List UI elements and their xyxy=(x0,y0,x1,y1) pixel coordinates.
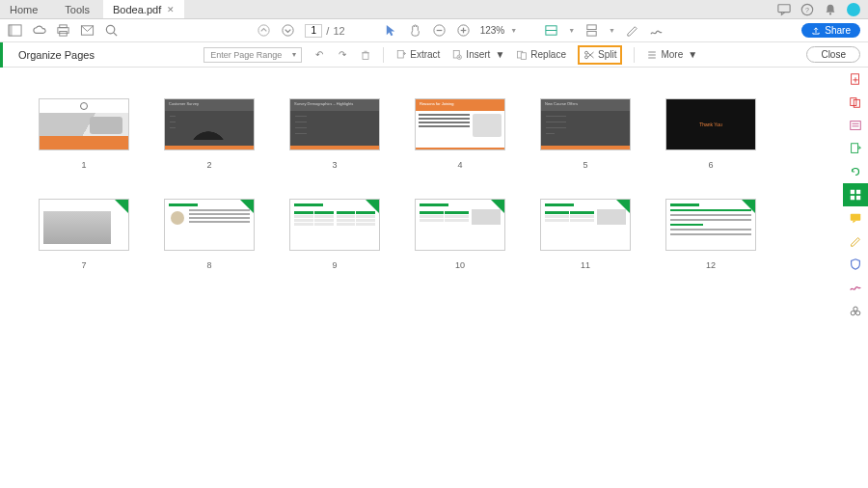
rail-combine[interactable] xyxy=(843,91,868,114)
share-button[interactable]: Share xyxy=(801,23,860,38)
page-thumb[interactable]: 1 xyxy=(39,98,129,170)
page-current-input[interactable] xyxy=(305,24,322,38)
page-thumb[interactable]: Thank You 6 xyxy=(665,98,756,170)
thumb-label: 11 xyxy=(581,260,590,270)
close-icon[interactable]: ✕ xyxy=(167,5,175,14)
svg-rect-22 xyxy=(587,31,596,36)
svg-point-34 xyxy=(584,55,587,58)
svg-rect-32 xyxy=(522,52,527,59)
page-thumb[interactable]: 11 xyxy=(540,199,631,270)
print-icon[interactable] xyxy=(56,23,70,38)
svg-rect-23 xyxy=(363,52,368,59)
svg-rect-47 xyxy=(851,190,854,194)
replace-button[interactable]: Replace xyxy=(516,49,566,61)
page-thumb[interactable]: Reasons for Joining 4 xyxy=(415,98,505,170)
chevron-down-icon[interactable]: ▼ xyxy=(568,27,575,34)
tab-file[interactable]: Bodea.pdf ✕ xyxy=(103,0,184,18)
zoom-dropdown[interactable]: 123% ▼ xyxy=(480,25,518,36)
delete-button[interactable] xyxy=(360,49,371,61)
page-thumb[interactable]: 9 xyxy=(289,199,380,270)
svg-point-3 xyxy=(829,13,831,14)
close-button[interactable]: Close xyxy=(806,46,860,63)
page-thumb[interactable]: Customer Survey……………… 2 xyxy=(164,98,255,170)
rail-comment[interactable] xyxy=(843,206,868,230)
chat-icon[interactable] xyxy=(777,3,791,16)
hand-icon[interactable] xyxy=(408,23,422,38)
rail-organize[interactable] xyxy=(843,183,868,206)
page-indicator: / 12 xyxy=(305,24,344,38)
rail-more-tools[interactable] xyxy=(843,299,868,322)
help-icon[interactable]: ? xyxy=(800,3,814,16)
page-thumb[interactable]: Survey Demographics – Highlights……………………… xyxy=(289,98,380,170)
scissors-icon xyxy=(583,49,595,61)
rail-sign-tool[interactable] xyxy=(843,276,868,299)
rail-export[interactable] xyxy=(843,137,868,160)
organize-toolbar: Organize Pages Enter Page Range ↶ ↷ Extr… xyxy=(0,42,868,68)
thumb-label: 5 xyxy=(583,160,587,170)
thumb-label: 4 xyxy=(457,160,462,170)
accent-bar xyxy=(0,42,3,68)
thumb-label: 12 xyxy=(706,260,716,270)
svg-rect-49 xyxy=(851,196,854,200)
rotate-ccw-button[interactable]: ↶ xyxy=(313,49,325,61)
fit-width-icon[interactable] xyxy=(544,23,558,38)
svg-rect-5 xyxy=(9,25,13,36)
chevron-down-icon[interactable]: ▼ xyxy=(609,27,615,34)
thumb-label: 1 xyxy=(81,160,86,170)
page-sep: / xyxy=(326,25,329,37)
svg-point-10 xyxy=(106,25,114,33)
extract-icon xyxy=(395,49,407,61)
thumb-label: 2 xyxy=(206,160,211,170)
page-thumb[interactable]: 7 xyxy=(39,199,129,270)
thumb-label: 9 xyxy=(332,260,337,270)
page-down-icon[interactable] xyxy=(281,23,295,38)
page-thumb[interactable]: 8 xyxy=(164,199,255,270)
page-thumb[interactable]: 10 xyxy=(415,199,505,270)
more-button[interactable]: More▼ xyxy=(646,49,697,61)
highlight-icon[interactable] xyxy=(625,23,639,38)
cloud-icon[interactable] xyxy=(32,23,46,38)
svg-rect-0 xyxy=(778,4,790,12)
insert-button[interactable]: Insert▼ xyxy=(451,49,504,61)
rail-protect[interactable] xyxy=(843,253,868,276)
mail-icon[interactable] xyxy=(80,23,95,38)
rail-rotate[interactable] xyxy=(843,160,868,183)
svg-rect-43 xyxy=(851,122,861,130)
pointer-icon[interactable] xyxy=(384,23,398,38)
sign-icon[interactable] xyxy=(649,23,664,38)
share-label: Share xyxy=(825,25,851,36)
extract-button[interactable]: Extract xyxy=(395,49,440,61)
rotate-cw-button[interactable]: ↷ xyxy=(337,49,348,61)
scroll-mode-icon[interactable] xyxy=(584,23,599,38)
svg-point-54 xyxy=(855,311,859,314)
page-up-icon[interactable] xyxy=(257,23,271,38)
zoom-out-icon[interactable] xyxy=(432,23,447,38)
rail-fill-sign[interactable] xyxy=(843,230,868,253)
bell-icon[interactable] xyxy=(824,3,837,16)
rotate-cw-icon: ↷ xyxy=(337,49,348,61)
avatar[interactable] xyxy=(847,3,860,16)
search-icon[interactable] xyxy=(104,23,119,38)
split-button[interactable]: Split xyxy=(578,45,622,65)
page-total: 12 xyxy=(333,25,344,37)
svg-point-52 xyxy=(854,307,857,311)
page-range-input[interactable]: Enter Page Range xyxy=(203,47,302,63)
svg-point-33 xyxy=(584,51,587,54)
rail-create-pdf[interactable] xyxy=(843,68,868,91)
thumb-label: 3 xyxy=(332,160,337,170)
trash-icon xyxy=(360,49,371,61)
svg-text:?: ? xyxy=(805,6,809,13)
sidebar-toggle-icon[interactable] xyxy=(8,23,22,38)
list-icon xyxy=(646,49,658,61)
page-thumb[interactable]: New Course Offers……………………………………………………………… xyxy=(540,98,631,170)
svg-rect-46 xyxy=(852,144,858,153)
page-thumb[interactable]: 12 xyxy=(665,199,756,270)
thumbnail-grid: 1 Customer Survey……………… 2 Survey Demogra… xyxy=(0,69,843,488)
svg-point-53 xyxy=(851,311,854,314)
thumb-label: 6 xyxy=(708,160,713,170)
rail-edit-pdf[interactable] xyxy=(843,114,868,137)
tab-home[interactable]: Home xyxy=(0,0,51,18)
replace-icon xyxy=(516,49,528,61)
zoom-in-icon[interactable] xyxy=(456,23,471,38)
tab-tools[interactable]: Tools xyxy=(51,0,103,18)
